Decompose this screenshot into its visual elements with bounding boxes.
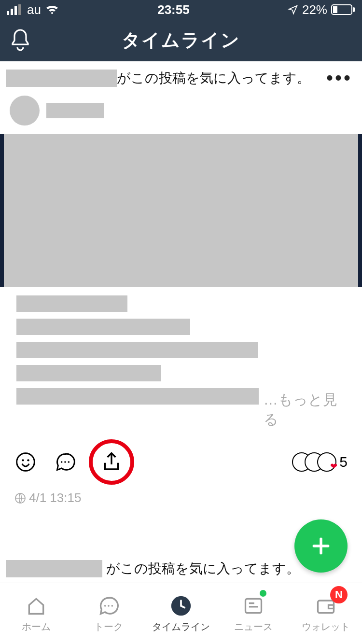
timestamp-row: 4/1 13:15 [0, 488, 362, 520]
svg-point-11 [64, 461, 66, 463]
share-button-highlight [89, 439, 134, 485]
svg-point-16 [111, 605, 113, 607]
liked-by-name-redacted [6, 70, 117, 87]
comment-icon [55, 451, 76, 473]
share-icon [102, 451, 121, 473]
author-row[interactable] [0, 578, 362, 583]
svg-rect-6 [353, 7, 355, 12]
tab-label: ニュース [234, 620, 273, 633]
text-line-redacted [16, 342, 258, 358]
liked-by-suffix: がこの投稿を気に入ってます。 [117, 69, 310, 87]
svg-rect-18 [246, 599, 262, 613]
reaction-icons: ❤ [292, 452, 336, 472]
status-time: 23:55 [157, 2, 190, 17]
chat-icon [98, 595, 119, 616]
author-name-redacted [46, 103, 104, 118]
comment-button[interactable] [54, 451, 76, 473]
reaction-face-icon: ❤ [317, 452, 336, 472]
tab-news[interactable]: ニュース [217, 583, 290, 644]
tab-label: トーク [94, 620, 123, 633]
tab-wallet[interactable]: N ウォレット [290, 583, 362, 644]
tab-timeline[interactable]: タイムライン [145, 583, 217, 644]
post-menu-button[interactable]: ••• [326, 67, 352, 89]
tab-talk[interactable]: トーク [72, 583, 145, 644]
status-right: 22% [288, 2, 355, 17]
tab-home[interactable]: ホーム [0, 583, 72, 644]
text-line-redacted [16, 388, 259, 405]
location-icon [288, 4, 298, 15]
svg-point-9 [27, 459, 29, 461]
like-button[interactable] [14, 451, 37, 473]
news-icon [243, 595, 264, 616]
tab-label: タイムライン [152, 620, 210, 633]
bell-icon [9, 28, 32, 53]
tab-label: ホーム [22, 620, 51, 633]
svg-rect-1 [11, 9, 13, 15]
status-left: au [7, 2, 59, 17]
home-icon [26, 595, 47, 616]
svg-rect-19 [318, 601, 334, 613]
svg-point-8 [22, 459, 24, 461]
media-redacted [4, 134, 358, 287]
svg-point-10 [61, 461, 63, 463]
tab-bar: ホーム トーク タイムライン ニュース N ウォレット [0, 583, 362, 644]
page-title: タイムライン [122, 28, 240, 53]
liked-by-suffix: がこの投稿を気に入ってます。 [106, 560, 300, 578]
wallet-badge: N [330, 586, 348, 603]
globe-icon [14, 492, 26, 504]
svg-rect-20 [329, 605, 334, 608]
text-line-redacted [16, 365, 161, 381]
feed: がこの投稿を気に入ってます。 ••• …もっと見る [0, 61, 362, 583]
plus-icon [310, 535, 332, 557]
svg-rect-2 [14, 6, 17, 15]
read-more-link[interactable]: …もっと見る [264, 390, 348, 430]
svg-point-15 [108, 605, 110, 607]
author-row[interactable] [0, 89, 362, 134]
text-line-redacted [16, 295, 127, 312]
post-timestamp: 4/1 13:15 [29, 490, 81, 505]
signal-icon [7, 4, 23, 15]
tab-label: ウォレット [302, 620, 350, 633]
post-text: …もっと見る [0, 287, 362, 430]
svg-rect-3 [18, 4, 21, 15]
svg-rect-5 [333, 6, 337, 13]
liked-by-row: がこの投稿を気に入ってます。 ••• [0, 61, 362, 89]
status-bar: au 23:55 22% [0, 0, 362, 19]
app-header: タイムライン [0, 19, 362, 61]
news-badge-dot [260, 590, 266, 597]
notifications-button[interactable] [9, 28, 32, 53]
battery-pct-label: 22% [302, 2, 327, 17]
battery-icon [331, 4, 355, 15]
smile-icon [15, 451, 36, 473]
compose-button[interactable] [294, 519, 348, 573]
svg-point-14 [104, 605, 106, 607]
carrier-label: au [27, 2, 41, 17]
post-media[interactable] [0, 134, 362, 287]
svg-rect-0 [7, 11, 9, 15]
reactions-count: 5 [339, 454, 348, 470]
svg-point-7 [17, 453, 35, 471]
post-actions: ❤ 5 [0, 430, 362, 488]
svg-point-12 [68, 461, 70, 463]
avatar [10, 96, 40, 126]
share-button[interactable] [100, 451, 123, 473]
wifi-icon [45, 4, 59, 15]
post: がこの投稿を気に入ってます。 ••• …もっと見る [0, 61, 362, 520]
text-line-redacted [16, 319, 190, 335]
reactions-summary[interactable]: ❤ 5 [292, 452, 348, 472]
clock-icon [170, 595, 192, 616]
liked-by-name-redacted [6, 560, 102, 577]
